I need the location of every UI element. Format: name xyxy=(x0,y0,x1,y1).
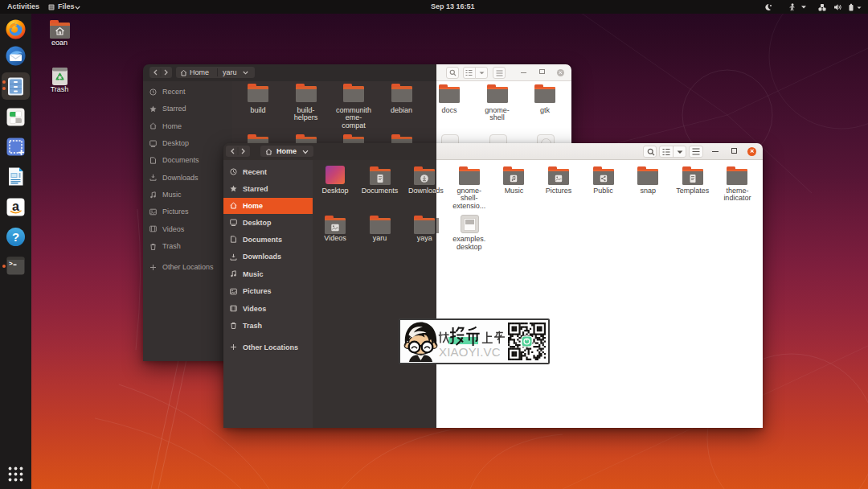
svg-text:>: > xyxy=(9,260,13,267)
svg-text:a: a xyxy=(12,199,19,212)
svg-text:?: ? xyxy=(12,229,19,243)
